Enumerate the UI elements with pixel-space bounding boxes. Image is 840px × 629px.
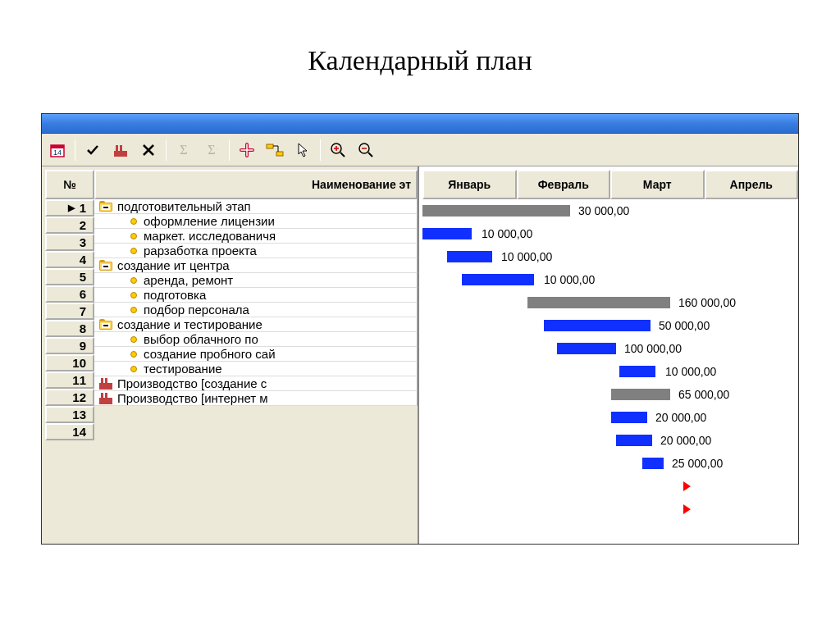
- task-bar[interactable]: [447, 251, 492, 262]
- gantt-panel[interactable]: Январь Февраль Март Апрель 30 000,0010 0…: [419, 166, 798, 544]
- task-label: создание и тестирование: [117, 317, 262, 331]
- gantt-row: [422, 475, 798, 498]
- task-label: подготовительный этап: [117, 199, 251, 213]
- row-number[interactable]: 9: [45, 337, 94, 354]
- bullet-icon: [130, 292, 137, 299]
- bar-value-label: 25 000,00: [672, 457, 723, 470]
- row-number[interactable]: 8: [45, 320, 94, 337]
- task-bar[interactable]: [462, 274, 534, 285]
- folder-icon[interactable]: [99, 319, 112, 330]
- task-name-cell[interactable]: тестирование: [94, 362, 418, 376]
- task-bar[interactable]: [422, 228, 472, 239]
- calendar-icon[interactable]: 14: [47, 139, 68, 161]
- task-name-cell[interactable]: создание пробного сай: [94, 347, 418, 362]
- row-number[interactable]: 3: [45, 234, 94, 251]
- add-icon[interactable]: [236, 139, 258, 161]
- row-number[interactable]: 13: [45, 406, 94, 423]
- app-window: 14 Σ Σ.: [41, 113, 799, 545]
- folder-icon[interactable]: [99, 201, 112, 212]
- delete-icon[interactable]: [138, 139, 159, 161]
- factory-icon[interactable]: [110, 139, 131, 161]
- cursor-icon[interactable]: [292, 139, 313, 161]
- task-name-cell[interactable]: подготовка: [94, 288, 418, 303]
- row-number[interactable]: 14: [45, 423, 94, 440]
- milestone-marker[interactable]: [683, 504, 691, 514]
- task-bar[interactable]: [544, 320, 651, 331]
- task-label: рарзаботка проекта: [144, 244, 257, 258]
- task-name-cell[interactable]: Производство [интернет м: [94, 391, 418, 406]
- gantt-row: 50 000,00: [422, 314, 798, 337]
- task-bar[interactable]: [642, 458, 664, 469]
- task-name-cell[interactable]: аренда, ремонт: [94, 273, 418, 288]
- gantt-row: 10 000,00: [422, 360, 798, 383]
- check-icon[interactable]: [82, 139, 103, 161]
- task-name-cell[interactable]: маркет. исследованичя: [94, 229, 418, 244]
- task-name-cell[interactable]: создание ит центра: [94, 258, 418, 273]
- row-number[interactable]: 12: [45, 389, 94, 406]
- row-number[interactable]: 11: [45, 371, 94, 389]
- task-name-cell[interactable]: выбор облачного по: [94, 332, 418, 347]
- row-number[interactable]: 4: [45, 251, 94, 268]
- month-mar[interactable]: Март: [610, 170, 705, 199]
- bullet-icon: [130, 366, 137, 372]
- task-label: тестирование: [144, 362, 222, 376]
- task-name-cell[interactable]: создание и тестирование: [94, 317, 418, 332]
- task-bar[interactable]: [557, 343, 616, 354]
- bullet-icon: [130, 218, 137, 225]
- header-name[interactable]: Наименование эт: [94, 170, 418, 199]
- task-name-cell[interactable]: подбор персонала: [94, 303, 418, 317]
- bar-value-label: 10 000,00: [501, 250, 552, 263]
- zoom-out-icon[interactable]: [355, 139, 377, 161]
- bullet-icon: [130, 233, 137, 239]
- task-name-cell[interactable]: оформление лицензии: [94, 214, 418, 229]
- row-number[interactable]: 6: [45, 285, 94, 303]
- bar-value-label: 100 000,00: [624, 342, 682, 355]
- bar-value-label: 10 000,00: [544, 273, 595, 286]
- month-jan[interactable]: Январь: [422, 170, 517, 199]
- row-number[interactable]: 7: [45, 303, 94, 320]
- sum1-icon[interactable]: Σ: [173, 139, 194, 161]
- link-icon[interactable]: [264, 139, 285, 161]
- svg-text:Σ: Σ: [180, 143, 187, 157]
- task-bar[interactable]: [611, 412, 647, 423]
- bar-value-label: 20 000,00: [655, 411, 706, 424]
- factory-icon: [99, 378, 112, 390]
- row-number[interactable]: 5: [45, 268, 94, 285]
- zoom-in-icon[interactable]: [327, 139, 349, 161]
- svg-rect-5: [120, 145, 122, 151]
- task-bar[interactable]: [616, 435, 652, 446]
- task-name-cell[interactable]: Производство [создание с: [94, 376, 418, 391]
- row-number[interactable]: 10: [45, 354, 94, 371]
- summary-bar[interactable]: [611, 389, 670, 400]
- svg-text:14: 14: [53, 148, 62, 157]
- page-title: Календарный план: [0, 45, 840, 76]
- milestone-marker[interactable]: [683, 481, 691, 491]
- bar-value-label: 10 000,00: [482, 227, 532, 240]
- sum2-icon[interactable]: Σ.: [201, 139, 222, 161]
- gantt-row: 100 000,00: [422, 337, 798, 360]
- gantt-row: 160 000,00: [422, 291, 798, 314]
- gantt-row: 10 000,00: [422, 245, 798, 268]
- factory-icon: [99, 393, 112, 404]
- gantt-row: 10 000,00: [422, 268, 798, 291]
- folder-icon[interactable]: [99, 260, 112, 271]
- bar-value-label: 65 000,00: [678, 388, 729, 401]
- task-name-cell[interactable]: рарзаботка проекта: [94, 244, 418, 258]
- header-number[interactable]: №: [45, 170, 94, 199]
- bar-value-label: 10 000,00: [665, 365, 716, 378]
- bullet-icon: [130, 277, 137, 284]
- month-feb[interactable]: Февраль: [517, 170, 611, 199]
- bar-value-label: 50 000,00: [659, 319, 710, 332]
- month-apr[interactable]: Апрель: [705, 170, 799, 199]
- svg-rect-9: [267, 144, 273, 148]
- row-number[interactable]: 1: [45, 199, 94, 217]
- row-number[interactable]: 2: [45, 217, 94, 234]
- svg-rect-10: [276, 152, 283, 156]
- gantt-row: 20 000,00: [422, 429, 798, 452]
- svg-rect-3: [114, 151, 127, 157]
- task-name-cell[interactable]: подготовительный этап: [94, 199, 418, 214]
- gantt-body[interactable]: 30 000,0010 000,0010 000,0010 000,00160 …: [422, 199, 798, 521]
- summary-bar[interactable]: [527, 297, 670, 308]
- task-bar[interactable]: [619, 366, 655, 377]
- summary-bar[interactable]: [422, 205, 570, 217]
